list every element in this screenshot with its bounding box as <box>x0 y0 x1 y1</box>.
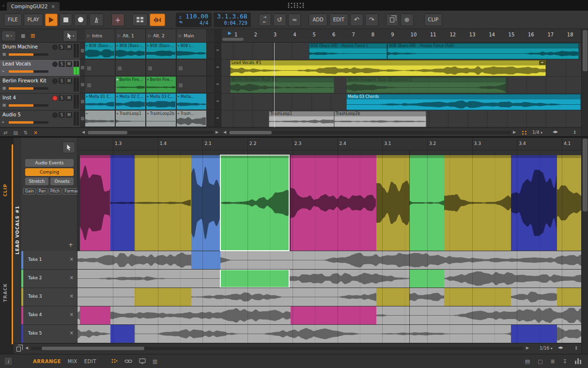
ruler-zoom-handle[interactable] <box>222 38 244 41</box>
volume-slider[interactable] <box>9 70 48 73</box>
comp-segment[interactable] <box>80 155 110 251</box>
undo-button[interactable]: ↶ <box>350 14 363 26</box>
stack-icon[interactable]: ≣ <box>551 358 555 365</box>
clip-slot[interactable]: ▸ <box>85 111 115 127</box>
volume-slider[interactable] <box>9 121 48 124</box>
clip-tab[interactable]: CLIP <box>3 184 8 196</box>
link-icon[interactable] <box>124 359 132 364</box>
track-alt-menu[interactable]: ≡ <box>215 60 221 76</box>
mute-button[interactable]: M <box>66 78 72 84</box>
editor-hscroll-handle[interactable] <box>42 347 144 350</box>
mixer-icon[interactable] <box>575 358 581 364</box>
arranger-clip[interactable]: Lead Vocals #1≈ <box>230 60 546 76</box>
clip-slot[interactable]: ▸Mella 03 C... <box>146 94 176 110</box>
take-delete-icon[interactable]: × <box>70 275 74 280</box>
record-button[interactable] <box>74 14 87 26</box>
clip-slot[interactable] <box>177 77 207 93</box>
swap-icon[interactable]: ⇄ <box>3 130 7 135</box>
record-arm-button[interactable] <box>52 79 58 84</box>
list-view-icon[interactable]: ≡ <box>30 32 35 39</box>
comp-segment[interactable] <box>511 155 557 251</box>
arranger-clip[interactable]: 808 (Bass-08) - House Force ( <box>309 43 387 59</box>
volume-slider[interactable] <box>9 104 48 107</box>
volume-slider[interactable] <box>9 53 48 56</box>
track-alt-menu[interactable]: ≡ <box>215 94 221 110</box>
tempo-display[interactable]: ▯ ⇆ 110.00 4/4 <box>176 13 212 27</box>
solo-button[interactable]: S <box>59 44 65 50</box>
mute-button[interactable]: M <box>66 61 72 67</box>
arranger-tool-button[interactable]: ▾ <box>63 30 77 42</box>
arranger-grid-setting[interactable]: 1/4 ▾ <box>532 130 542 135</box>
mute-button[interactable]: M <box>66 44 72 50</box>
layers-icon[interactable] <box>16 347 21 352</box>
scroll-right-icon[interactable]: ▶ <box>526 346 529 350</box>
comp-segment[interactable] <box>557 155 581 251</box>
param-gain[interactable]: Gain <box>23 188 36 194</box>
clip-slot[interactable]: ▸Berlin Fire... <box>116 77 146 93</box>
take-delete-icon[interactable]: × <box>70 293 74 299</box>
track-header[interactable]: Inst 4▦SM <box>0 94 80 111</box>
project-tab[interactable]: CompingGUI22 × <box>7 2 60 11</box>
add-track-button[interactable]: + <box>111 14 125 26</box>
track-alt-menu[interactable]: ≡ <box>215 43 221 59</box>
comp-segment[interactable] <box>444 155 511 251</box>
grid-view-icon[interactable]: ▦ <box>21 33 25 38</box>
arranger-clip[interactable]: Berlin Firework Beat 02-bounce-1 <box>346 77 506 93</box>
take-delete-icon[interactable]: × <box>70 256 74 262</box>
clip-slot[interactable]: ▸Mella... <box>177 94 207 110</box>
take-delete-icon[interactable]: × <box>70 330 74 336</box>
arranger-hscroll-handle[interactable] <box>229 131 272 134</box>
punch-button[interactable]: ⇥ ⇤ <box>259 14 271 26</box>
file-browser-icon[interactable]: ▢ <box>538 358 542 365</box>
track-alt-menu[interactable]: ≡ <box>215 111 221 127</box>
scene-header[interactable]: ▷Intro <box>85 29 115 42</box>
editor-vscroll-handle[interactable] <box>583 139 588 211</box>
follow-playhead-icon[interactable] <box>522 130 527 135</box>
vertical-zoom-icon[interactable]: ↕ <box>574 346 578 351</box>
comp-segment[interactable] <box>110 155 135 251</box>
clip-stop-cell[interactable] <box>80 111 85 127</box>
inbox-icon[interactable]: ↧ <box>563 358 567 365</box>
clip-stop-cell[interactable] <box>80 60 85 76</box>
take-lane[interactable] <box>77 251 581 269</box>
scene-header[interactable]: ▷Alt. 2 <box>146 29 176 42</box>
solo-button[interactable]: S <box>59 78 65 84</box>
arranger-ruler[interactable]: 123456789101112131415161718▶ <box>221 29 581 43</box>
take-lane[interactable] <box>77 306 581 324</box>
arranger-clip[interactable]: TrashLoop2b <box>334 111 426 127</box>
metronome-button[interactable] <box>89 14 104 26</box>
redo-button[interactable]: ↷ <box>365 14 378 26</box>
scroll-left-icon[interactable]: ◀ <box>82 130 85 134</box>
scroll-right-icon[interactable]: ▶ <box>216 130 218 134</box>
project-tab-close-icon[interactable]: × <box>51 4 55 9</box>
comp-region[interactable] <box>191 251 220 269</box>
take-lane[interactable] <box>77 325 581 343</box>
arranger-timeline[interactable]: 808 (Bass-08) - House Force (808 (Bass-0… <box>221 43 581 128</box>
add-menu-button[interactable]: ADD <box>309 14 327 26</box>
param-pan[interactable]: Pan <box>37 188 47 194</box>
track-tab[interactable]: TRACK <box>3 283 8 302</box>
comp-region[interactable] <box>444 288 511 306</box>
track-header[interactable]: Drum Machine▦SM <box>0 43 80 60</box>
track-header[interactable]: Lead Vocals▸SM <box>0 60 80 77</box>
take-delete-icon[interactable]: × <box>70 312 74 317</box>
fill-button[interactable]: ≈ <box>288 14 301 26</box>
comp-segment[interactable] <box>135 155 191 251</box>
clip-slot[interactable] <box>85 60 115 76</box>
clip-slot[interactable] <box>85 77 115 93</box>
zoom-fit-icon[interactable]: ◀▶ <box>553 130 558 134</box>
audio-engine-button[interactable] <box>150 14 165 26</box>
comp-segment[interactable] <box>291 155 376 251</box>
clip-slot[interactable]: ▸Mella 02 C... <box>116 94 146 110</box>
editor-vscrollbar[interactable] <box>581 138 588 354</box>
record-arm-button[interactable] <box>52 112 58 118</box>
scene-header[interactable]: ▷Main <box>177 29 207 42</box>
comp-region[interactable] <box>220 270 289 288</box>
clip-slot[interactable] <box>146 60 176 76</box>
comp-region[interactable] <box>135 288 191 306</box>
comp-region[interactable] <box>110 325 135 343</box>
comp-region[interactable] <box>511 325 557 343</box>
take-label-row[interactable]: Take 5× <box>21 325 77 343</box>
record-arm-button[interactable] <box>52 62 58 67</box>
tab-overflow-chevron[interactable]: › <box>0 3 7 8</box>
